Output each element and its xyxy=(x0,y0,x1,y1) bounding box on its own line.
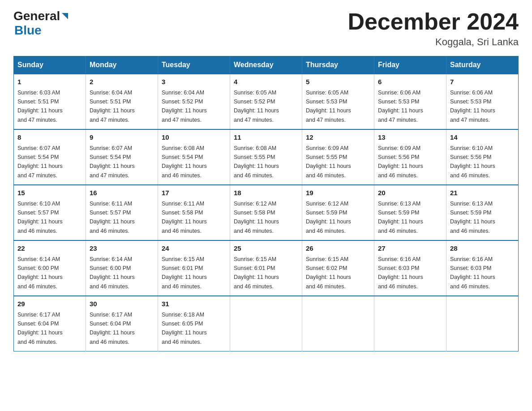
day-info: Sunrise: 6:09 AMSunset: 5:56 PMDaylight:… xyxy=(378,145,423,179)
day-info: Sunrise: 6:16 AMSunset: 6:03 PMDaylight:… xyxy=(378,256,423,290)
day-number: 20 xyxy=(378,188,442,198)
page-title: December 2024 xyxy=(348,9,519,34)
logo-general-text: General xyxy=(13,9,60,23)
day-info: Sunrise: 6:04 AMSunset: 5:51 PMDaylight:… xyxy=(90,90,135,123)
calendar-day-cell: 3 Sunrise: 6:04 AMSunset: 5:52 PMDayligh… xyxy=(158,74,230,129)
day-number: 8 xyxy=(17,133,82,143)
day-number: 4 xyxy=(234,77,298,87)
calendar-header-saturday: Saturday xyxy=(446,56,519,74)
calendar-day-cell: 6 Sunrise: 6:06 AMSunset: 5:53 PMDayligh… xyxy=(374,74,446,129)
calendar-day-cell: 19 Sunrise: 6:12 AMSunset: 5:59 PMDaylig… xyxy=(302,185,374,240)
day-info: Sunrise: 6:12 AMSunset: 5:58 PMDaylight:… xyxy=(234,201,279,234)
calendar-day-cell: 21 Sunrise: 6:13 AMSunset: 5:59 PMDaylig… xyxy=(446,185,519,240)
calendar-day-cell: 4 Sunrise: 6:05 AMSunset: 5:52 PMDayligh… xyxy=(230,74,302,129)
day-info: Sunrise: 6:11 AMSunset: 5:57 PMDaylight:… xyxy=(90,201,135,234)
day-info: Sunrise: 6:06 AMSunset: 5:53 PMDaylight:… xyxy=(450,90,495,123)
svg-marker-0 xyxy=(62,13,68,19)
calendar-day-cell: 20 Sunrise: 6:13 AMSunset: 5:59 PMDaylig… xyxy=(374,185,446,240)
day-info: Sunrise: 6:06 AMSunset: 5:53 PMDaylight:… xyxy=(378,90,423,123)
calendar-day-cell: 10 Sunrise: 6:08 AMSunset: 5:54 PMDaylig… xyxy=(158,129,230,185)
calendar-table: SundayMondayTuesdayWednesdayThursdayFrid… xyxy=(13,56,519,351)
calendar-body: 1 Sunrise: 6:03 AMSunset: 5:51 PMDayligh… xyxy=(14,74,519,351)
calendar-week-row: 15 Sunrise: 6:10 AMSunset: 5:57 PMDaylig… xyxy=(14,185,519,240)
calendar-header: SundayMondayTuesdayWednesdayThursdayFrid… xyxy=(14,56,519,74)
day-info: Sunrise: 6:10 AMSunset: 5:56 PMDaylight:… xyxy=(450,145,495,179)
calendar-day-cell xyxy=(446,296,519,351)
calendar-day-cell: 9 Sunrise: 6:07 AMSunset: 5:54 PMDayligh… xyxy=(86,129,158,185)
day-number: 18 xyxy=(234,188,298,198)
day-number: 22 xyxy=(17,244,82,254)
calendar-day-cell: 2 Sunrise: 6:04 AMSunset: 5:51 PMDayligh… xyxy=(86,74,158,129)
day-number: 2 xyxy=(90,77,154,87)
day-number: 5 xyxy=(306,77,370,87)
day-info: Sunrise: 6:18 AMSunset: 6:05 PMDaylight:… xyxy=(162,312,207,345)
calendar-header-friday: Friday xyxy=(374,56,446,74)
day-info: Sunrise: 6:15 AMSunset: 6:02 PMDaylight:… xyxy=(306,256,351,290)
day-info: Sunrise: 6:13 AMSunset: 5:59 PMDaylight:… xyxy=(378,201,423,234)
day-info: Sunrise: 6:03 AMSunset: 5:51 PMDaylight:… xyxy=(17,90,63,123)
calendar-day-cell: 12 Sunrise: 6:09 AMSunset: 5:55 PMDaylig… xyxy=(302,129,374,185)
calendar-header-sunday: Sunday xyxy=(14,56,86,74)
day-info: Sunrise: 6:13 AMSunset: 5:59 PMDaylight:… xyxy=(450,201,495,234)
calendar-day-cell: 1 Sunrise: 6:03 AMSunset: 5:51 PMDayligh… xyxy=(14,74,86,129)
day-number: 16 xyxy=(90,188,154,198)
day-number: 9 xyxy=(90,133,154,143)
day-number: 1 xyxy=(17,77,82,87)
calendar-week-row: 29 Sunrise: 6:17 AMSunset: 6:04 PMDaylig… xyxy=(14,296,519,351)
day-info: Sunrise: 6:14 AMSunset: 6:00 PMDaylight:… xyxy=(17,256,63,290)
day-number: 23 xyxy=(90,244,154,254)
calendar-day-cell: 15 Sunrise: 6:10 AMSunset: 5:57 PMDaylig… xyxy=(14,185,86,240)
calendar-header-row: SundayMondayTuesdayWednesdayThursdayFrid… xyxy=(14,56,519,74)
calendar-day-cell: 16 Sunrise: 6:11 AMSunset: 5:57 PMDaylig… xyxy=(86,185,158,240)
calendar-day-cell: 30 Sunrise: 6:17 AMSunset: 6:04 PMDaylig… xyxy=(86,296,158,351)
calendar-day-cell xyxy=(302,296,374,351)
calendar-day-cell xyxy=(230,296,302,351)
day-info: Sunrise: 6:04 AMSunset: 5:52 PMDaylight:… xyxy=(162,90,207,123)
day-number: 7 xyxy=(450,77,515,87)
day-number: 10 xyxy=(162,133,226,143)
day-info: Sunrise: 6:16 AMSunset: 6:03 PMDaylight:… xyxy=(450,256,495,290)
day-number: 28 xyxy=(450,244,515,254)
calendar-day-cell: 22 Sunrise: 6:14 AMSunset: 6:00 PMDaylig… xyxy=(14,240,86,296)
day-number: 27 xyxy=(378,244,442,254)
calendar-day-cell: 5 Sunrise: 6:05 AMSunset: 5:53 PMDayligh… xyxy=(302,74,374,129)
day-number: 29 xyxy=(17,299,82,309)
day-number: 11 xyxy=(234,133,298,143)
calendar-day-cell: 25 Sunrise: 6:15 AMSunset: 6:01 PMDaylig… xyxy=(230,240,302,296)
day-info: Sunrise: 6:08 AMSunset: 5:55 PMDaylight:… xyxy=(234,145,279,179)
calendar-week-row: 8 Sunrise: 6:07 AMSunset: 5:54 PMDayligh… xyxy=(14,129,519,185)
day-number: 13 xyxy=(378,133,442,143)
calendar-week-row: 1 Sunrise: 6:03 AMSunset: 5:51 PMDayligh… xyxy=(14,74,519,129)
calendar-day-cell: 17 Sunrise: 6:11 AMSunset: 5:58 PMDaylig… xyxy=(158,185,230,240)
logo-arrow-icon xyxy=(60,11,70,21)
day-info: Sunrise: 6:05 AMSunset: 5:52 PMDaylight:… xyxy=(234,90,279,123)
day-number: 17 xyxy=(162,188,226,198)
day-info: Sunrise: 6:07 AMSunset: 5:54 PMDaylight:… xyxy=(90,145,135,179)
day-number: 21 xyxy=(450,188,515,198)
day-info: Sunrise: 6:10 AMSunset: 5:57 PMDaylight:… xyxy=(17,201,63,234)
day-info: Sunrise: 6:07 AMSunset: 5:54 PMDaylight:… xyxy=(17,145,63,179)
day-number: 3 xyxy=(162,77,226,87)
calendar-day-cell: 24 Sunrise: 6:15 AMSunset: 6:01 PMDaylig… xyxy=(158,240,230,296)
day-number: 30 xyxy=(90,299,154,309)
day-number: 25 xyxy=(234,244,298,254)
calendar-day-cell: 23 Sunrise: 6:14 AMSunset: 6:00 PMDaylig… xyxy=(86,240,158,296)
calendar-day-cell: 29 Sunrise: 6:17 AMSunset: 6:04 PMDaylig… xyxy=(14,296,86,351)
day-number: 24 xyxy=(162,244,226,254)
day-info: Sunrise: 6:05 AMSunset: 5:53 PMDaylight:… xyxy=(306,90,351,123)
day-info: Sunrise: 6:17 AMSunset: 6:04 PMDaylight:… xyxy=(90,312,135,345)
calendar-day-cell: 18 Sunrise: 6:12 AMSunset: 5:58 PMDaylig… xyxy=(230,185,302,240)
calendar-day-cell: 11 Sunrise: 6:08 AMSunset: 5:55 PMDaylig… xyxy=(230,129,302,185)
calendar-day-cell: 7 Sunrise: 6:06 AMSunset: 5:53 PMDayligh… xyxy=(446,74,519,129)
day-info: Sunrise: 6:09 AMSunset: 5:55 PMDaylight:… xyxy=(306,145,351,179)
calendar-day-cell: 26 Sunrise: 6:15 AMSunset: 6:02 PMDaylig… xyxy=(302,240,374,296)
calendar-day-cell xyxy=(374,296,446,351)
calendar-day-cell: 28 Sunrise: 6:16 AMSunset: 6:03 PMDaylig… xyxy=(446,240,519,296)
day-info: Sunrise: 6:15 AMSunset: 6:01 PMDaylight:… xyxy=(234,256,279,290)
logo-blue-text: Blue xyxy=(14,23,42,38)
calendar-week-row: 22 Sunrise: 6:14 AMSunset: 6:00 PMDaylig… xyxy=(14,240,519,296)
day-info: Sunrise: 6:17 AMSunset: 6:04 PMDaylight:… xyxy=(17,312,63,345)
day-number: 6 xyxy=(378,77,442,87)
calendar-header-wednesday: Wednesday xyxy=(230,56,302,74)
day-number: 12 xyxy=(306,133,370,143)
